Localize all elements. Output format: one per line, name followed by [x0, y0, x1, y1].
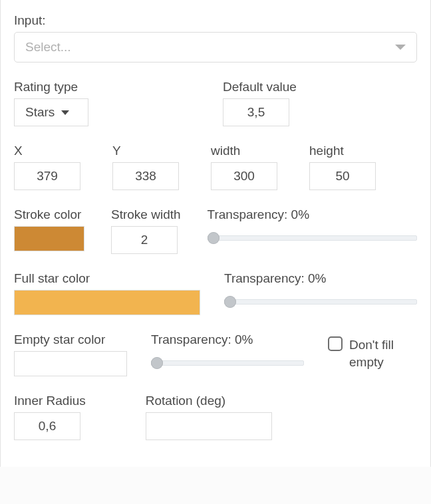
y-input[interactable]	[112, 162, 179, 190]
rotation-input[interactable]	[146, 412, 272, 440]
stroke-width-input[interactable]	[111, 226, 178, 254]
height-label: height	[309, 144, 376, 158]
y-label: Y	[112, 144, 179, 158]
slider-track	[151, 360, 304, 366]
width-label: width	[211, 144, 277, 158]
stroke-transparency-slider[interactable]	[208, 233, 417, 243]
default-value-input[interactable]	[223, 98, 289, 126]
slider-track	[208, 235, 417, 241]
input-select[interactable]: Select...	[14, 32, 417, 63]
stroke-color-swatch[interactable]	[14, 226, 84, 251]
rating-type-label: Rating type	[14, 80, 207, 94]
rating-type-dropdown[interactable]: Stars	[14, 98, 88, 126]
dont-fill-empty-checkbox[interactable]	[328, 336, 343, 351]
slider-track	[224, 299, 417, 305]
width-input[interactable]	[211, 162, 277, 190]
rating-properties-panel: Input: Select... Rating type Stars Defau…	[0, 0, 431, 467]
rating-type-value: Stars	[25, 105, 55, 120]
x-input[interactable]	[14, 162, 80, 190]
stroke-color-label: Stroke color	[14, 207, 84, 222]
dont-fill-empty-label: Don't fill empty	[349, 336, 408, 370]
caret-down-icon	[61, 110, 69, 115]
stroke-transparency-label: Transparency: 0%	[208, 207, 417, 222]
empty-star-color-swatch[interactable]	[14, 351, 127, 376]
slider-thumb[interactable]	[151, 357, 163, 369]
full-star-color-swatch[interactable]	[14, 290, 200, 315]
full-star-color-label: Full star color	[14, 271, 200, 286]
empty-transparency-slider[interactable]	[151, 358, 304, 368]
inner-radius-input[interactable]	[14, 412, 80, 440]
full-transparency-label: Transparency: 0%	[224, 271, 417, 286]
slider-thumb[interactable]	[208, 232, 219, 244]
empty-transparency-label: Transparency: 0%	[151, 332, 304, 347]
full-transparency-slider[interactable]	[224, 297, 417, 307]
stroke-width-label: Stroke width	[111, 207, 181, 222]
input-label: Input:	[14, 13, 417, 28]
input-select-placeholder: Select...	[25, 40, 71, 55]
chevron-down-icon	[395, 45, 406, 50]
default-value-label: Default value	[223, 80, 297, 94]
inner-radius-label: Inner Radius	[14, 394, 86, 408]
height-input[interactable]	[309, 162, 376, 190]
slider-thumb[interactable]	[224, 296, 236, 308]
rotation-label: Rotation (deg)	[146, 394, 272, 408]
x-label: X	[14, 144, 80, 158]
empty-star-color-label: Empty star color	[14, 332, 127, 347]
